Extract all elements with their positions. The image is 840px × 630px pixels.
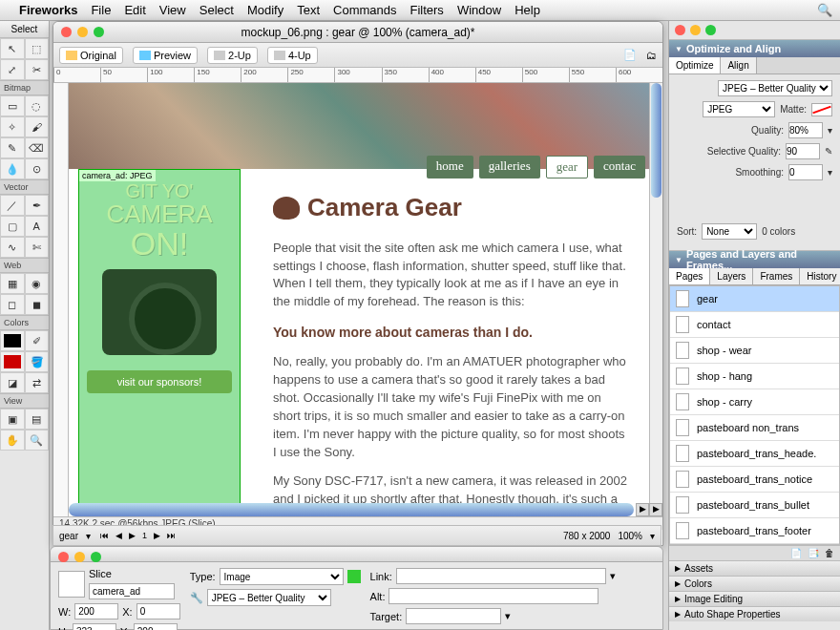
smooth-stepper-icon[interactable]: ▾: [828, 167, 832, 178]
slice-type-select[interactable]: Image: [220, 568, 344, 585]
page-row[interactable]: pasteboard_trans_notice: [670, 467, 839, 493]
dock-close-icon[interactable]: [675, 25, 685, 35]
knife-tool[interactable]: ✄: [25, 237, 50, 258]
tab-layers[interactable]: Layers: [710, 268, 753, 284]
props-zoom-icon[interactable]: [91, 552, 101, 562]
page-row[interactable]: contact: [670, 312, 839, 338]
wand-tool[interactable]: ✧: [0, 116, 25, 137]
zoom-tool[interactable]: 🔍: [25, 430, 50, 451]
text-tool[interactable]: A: [25, 216, 50, 237]
page-row[interactable]: pasteboard_trans_heade.: [670, 441, 839, 467]
duplicate-page-icon[interactable]: 📑: [808, 548, 819, 558]
width-input[interactable]: [74, 603, 118, 620]
line-tool[interactable]: ／: [0, 195, 25, 216]
view-preview-button[interactable]: Preview: [133, 47, 198, 64]
page-row[interactable]: shop - carry: [670, 389, 839, 415]
bucket-tool[interactable]: 🪣: [25, 351, 49, 372]
blur-tool[interactable]: 💧: [0, 158, 25, 179]
menu-text[interactable]: Text: [297, 3, 320, 17]
nav-contact[interactable]: contac: [594, 156, 645, 178]
brush-tool[interactable]: 🖌: [25, 116, 50, 137]
hand-tool[interactable]: ✋: [0, 430, 25, 451]
crop-tool[interactable]: ✂: [25, 59, 50, 80]
vscroll-thumb[interactable]: [651, 83, 662, 198]
eyedropper-tool[interactable]: ✐: [25, 330, 49, 351]
page-icon[interactable]: 🗂: [646, 50, 657, 61]
props-minimize-icon[interactable]: [74, 552, 85, 562]
dock-minimize-icon[interactable]: [690, 25, 701, 35]
lasso-tool[interactable]: ◌: [25, 95, 50, 116]
hotspot-tool[interactable]: ◉: [25, 273, 50, 294]
menu-filters[interactable]: Filters: [410, 3, 443, 17]
export-preset-select[interactable]: JPEG – Better Quality: [207, 589, 331, 606]
target-input[interactable]: [406, 608, 501, 624]
show-slices-tool[interactable]: ◼: [25, 294, 50, 315]
menu-edit[interactable]: Edit: [124, 3, 145, 17]
zoom-level[interactable]: 100%: [618, 531, 642, 541]
quality-input[interactable]: [788, 122, 823, 138]
slice-color-swatch[interactable]: [347, 570, 361, 583]
disclosure-icon[interactable]: ▼: [675, 45, 682, 53]
nav-gear[interactable]: gear: [546, 156, 588, 178]
new-page-icon[interactable]: 📄: [790, 548, 802, 558]
view-2up-button[interactable]: 2-Up: [207, 47, 258, 64]
current-page-name[interactable]: gear: [59, 531, 78, 541]
menu-select[interactable]: Select: [200, 3, 234, 17]
vertical-scrollbar[interactable]: [649, 83, 662, 503]
menu-commands[interactable]: Commands: [333, 3, 396, 17]
selective-quality-input[interactable]: [786, 143, 820, 159]
fill-color[interactable]: [0, 351, 25, 372]
vertical-ruler[interactable]: [53, 83, 69, 516]
menu-file[interactable]: File: [91, 3, 111, 17]
page-row[interactable]: shop - hang: [670, 364, 839, 389]
stroke-color[interactable]: [0, 330, 25, 351]
swap-colors[interactable]: ⇄: [25, 372, 49, 393]
minimize-icon[interactable]: [77, 27, 88, 37]
app-menu[interactable]: Fireworks: [19, 3, 77, 17]
freeform-tool[interactable]: ∿: [0, 237, 25, 258]
page-row[interactable]: pasteboard_trans_footer: [670, 518, 839, 544]
dock-zoom-icon[interactable]: [705, 25, 716, 35]
delete-page-icon[interactable]: 🗑: [825, 548, 834, 558]
page-row[interactable]: pasteboard non_trans: [670, 415, 839, 441]
slice-camera-ad[interactable]: camera_ad: JPEG GIT YO' CAMERA ON! visit…: [78, 169, 241, 503]
tab-pages[interactable]: Pages: [669, 268, 710, 284]
pointer-tool[interactable]: ↖: [0, 38, 25, 59]
matte-swatch[interactable]: [811, 103, 832, 116]
nav-galleries[interactable]: galleries: [479, 156, 540, 178]
frame-next-icon[interactable]: ▶: [152, 531, 162, 540]
assets-panel-collapsed[interactable]: ▶Assets: [669, 560, 840, 576]
slice-tool[interactable]: ▦: [0, 273, 25, 294]
eraser-tool[interactable]: ⌫: [25, 137, 50, 158]
hscroll-right-icon[interactable]: ▶: [636, 503, 649, 516]
alt-input[interactable]: [388, 588, 598, 604]
colors-panel-collapsed[interactable]: ▶Colors: [669, 576, 840, 591]
rect-tool[interactable]: ▢: [0, 216, 25, 237]
disclosure-icon[interactable]: ▼: [675, 256, 682, 264]
page-row[interactable]: shop - wear: [670, 338, 839, 364]
view-original-button[interactable]: Original: [59, 47, 123, 64]
target-dropdown-icon[interactable]: ▾: [505, 610, 511, 622]
subselect-tool[interactable]: ⬚: [25, 38, 50, 59]
page-row[interactable]: gear: [670, 286, 839, 312]
spotlight-icon[interactable]: 🔍: [817, 3, 832, 17]
hide-slices-tool[interactable]: ◻: [0, 294, 25, 315]
nav-home[interactable]: home: [427, 156, 473, 178]
menu-modify[interactable]: Modify: [247, 3, 284, 17]
quality-stepper-icon[interactable]: ▾: [828, 125, 832, 136]
menu-window[interactable]: Window: [457, 3, 501, 17]
horizontal-scrollbar[interactable]: [69, 503, 634, 516]
screen-mode-1[interactable]: ▣: [0, 409, 25, 430]
autoshape-panel-collapsed[interactable]: ▶Auto Shape Properties: [669, 606, 840, 621]
close-icon[interactable]: [61, 27, 72, 37]
props-close-icon[interactable]: [58, 552, 69, 562]
frame-play-icon[interactable]: ▶: [127, 531, 137, 540]
slice-name-input[interactable]: [89, 583, 175, 599]
frame-first-icon[interactable]: ⏮: [98, 531, 111, 540]
frame-prev-icon[interactable]: ◀: [114, 531, 124, 540]
screen-mode-2[interactable]: ▤: [25, 409, 50, 430]
scale-tool[interactable]: ⤢: [0, 59, 25, 80]
default-colors[interactable]: ◪: [0, 372, 25, 393]
marquee-tool[interactable]: ▭: [0, 95, 25, 116]
image-editing-panel-collapsed[interactable]: ▶Image Editing: [669, 591, 840, 606]
